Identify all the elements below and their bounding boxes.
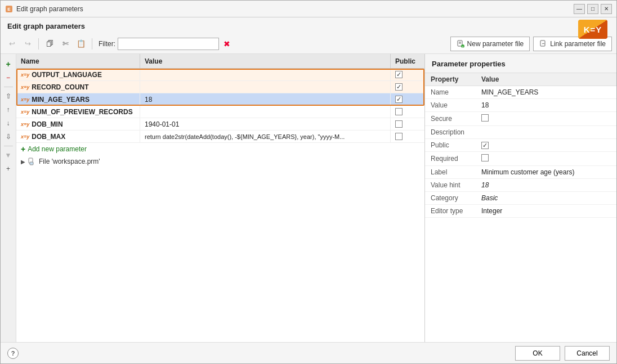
- add-icon: +: [21, 145, 25, 154]
- cell-name: x=y DOB_MIN: [16, 118, 140, 130]
- required-checkbox[interactable]: [481, 154, 489, 161]
- parameter-properties-title: Parameter properties: [425, 54, 616, 73]
- prop-value-hint: 18: [476, 179, 616, 192]
- public-checkbox[interactable]: [395, 108, 403, 115]
- param-icon: x=y: [21, 72, 29, 78]
- public-checkbox[interactable]: [395, 120, 403, 128]
- props-row-value-hint: Value hint 18: [425, 179, 616, 192]
- main-window: E Edit graph parameters — □ ✕ Edit graph…: [0, 0, 617, 364]
- move-top-button[interactable]: ⇧: [3, 91, 14, 102]
- link-parameter-file-label: Link parameter file: [550, 40, 606, 48]
- page-title: Edit graph parameters: [1, 17, 616, 34]
- prop-value-editor-type: Integer: [476, 205, 616, 218]
- restore-button[interactable]: □: [587, 4, 598, 14]
- prop-label-value-hint: Value hint: [425, 179, 476, 192]
- toolbar: ↩ ↪ 🗍 ✄ 📋 Filter: ✖ + New parameter file: [1, 34, 616, 54]
- table-row[interactable]: x=y OUTPUT_LANGUAGE: [16, 69, 424, 81]
- file-row[interactable]: ▶ File 'workspace.prm': [16, 155, 424, 168]
- table-row[interactable]: x=y MIN_AGE_YEARS 18: [16, 93, 424, 106]
- empty-space: [16, 168, 424, 336]
- public-checkbox[interactable]: [395, 71, 403, 78]
- param-name-text: NUM_OF_PREVIEW_RECORDS: [32, 108, 132, 116]
- param-name-text: RECORD_COUNT: [32, 83, 88, 91]
- sidebar-separator-2: [4, 146, 13, 146]
- link-file-icon: [539, 40, 547, 48]
- move-bottom-button[interactable]: ⇩: [3, 131, 14, 142]
- minimize-button[interactable]: —: [574, 4, 585, 14]
- undo-button[interactable]: ↩: [5, 37, 19, 51]
- svg-text:E: E: [7, 7, 11, 12]
- prop-label-editor-type: Editor type: [425, 205, 476, 218]
- public-checkbox[interactable]: [395, 133, 403, 140]
- prop-label-secure: Secure: [425, 112, 476, 126]
- toolbar-separator-2: [92, 38, 92, 50]
- filter-input[interactable]: [118, 38, 219, 50]
- table-row[interactable]: x=y RECORD_COUNT: [16, 81, 424, 93]
- props-header-row: Property Value: [425, 73, 616, 86]
- cell-name: x=y NUM_OF_PREVIEW_RECORDS: [16, 106, 140, 118]
- props-col-property: Property: [425, 73, 476, 86]
- svg-rect-9: [30, 162, 33, 165]
- cell-value: [140, 69, 391, 80]
- prop-label-name: Name: [425, 86, 476, 99]
- add-button[interactable]: +: [3, 59, 14, 70]
- public-checkbox[interactable]: [395, 83, 403, 91]
- param-name-text: DOB_MIN: [32, 120, 62, 128]
- public-prop-checkbox[interactable]: [481, 142, 489, 149]
- prop-value-public: [476, 139, 616, 152]
- param-name-text: OUTPUT_LANGUAGE: [32, 71, 102, 79]
- prop-label-label: Label: [425, 166, 476, 179]
- tree-toggle[interactable]: ▶: [21, 159, 25, 165]
- bottom-buttons: OK Cancel: [515, 346, 610, 361]
- table-header: Name Value Public: [16, 54, 424, 69]
- column-value-header: Value: [140, 54, 391, 68]
- public-checkbox[interactable]: [395, 96, 403, 103]
- move-up-button[interactable]: ↑: [3, 104, 14, 115]
- cell-public: [391, 93, 424, 105]
- cell-name: x=y OUTPUT_LANGUAGE: [16, 69, 140, 80]
- table-row[interactable]: x=y DOB_MIN 1940-01-01: [16, 118, 424, 131]
- window-title: Edit graph parameters: [16, 5, 83, 13]
- properties-table: Property Value Name MIN_AGE_YEARS Value …: [425, 73, 616, 218]
- props-row-name: Name MIN_AGE_YEARS: [425, 86, 616, 99]
- cell-public: [391, 131, 424, 142]
- add-new-parameter-row[interactable]: + Add new parameter: [16, 143, 424, 155]
- new-parameter-file-button[interactable]: + New parameter file: [450, 37, 530, 51]
- title-bar-controls: — □ ✕: [574, 4, 612, 14]
- param-icon: x=y: [21, 122, 29, 127]
- props-row-value: Value 18: [425, 99, 616, 112]
- secure-checkbox[interactable]: [481, 114, 489, 122]
- redo-button[interactable]: ↪: [21, 37, 34, 51]
- props-row-required: Required: [425, 152, 616, 166]
- table-body: x=y OUTPUT_LANGUAGE x=y RECORD_COUNT: [16, 69, 424, 342]
- expand-button[interactable]: +: [3, 163, 14, 174]
- cell-value: return date2str(dateAdd(today(), -${MIN_…: [140, 131, 391, 142]
- copy-button[interactable]: 🗍: [43, 37, 56, 51]
- main-area: + − ⇧ ↑ ↓ ⇩ ▼ + Name Value Public: [1, 54, 616, 342]
- table-row[interactable]: x=y DOB_MAX return date2str(dateAdd(toda…: [16, 131, 424, 143]
- window-icon: E: [5, 5, 13, 13]
- paste-button[interactable]: 📋: [74, 37, 88, 51]
- prop-value-category: Basic: [476, 192, 616, 205]
- file-icon: [28, 158, 35, 165]
- filter-label: Filter:: [99, 40, 115, 48]
- move-down-button[interactable]: ↓: [3, 118, 14, 129]
- sort-button[interactable]: ▼: [3, 150, 14, 161]
- cancel-button[interactable]: Cancel: [565, 346, 610, 361]
- table-row[interactable]: x=y NUM_OF_PREVIEW_RECORDS: [16, 106, 424, 118]
- close-button[interactable]: ✕: [601, 4, 612, 14]
- help-button[interactable]: ?: [7, 348, 19, 359]
- props-row-label: Label Minimum customer age (years): [425, 166, 616, 179]
- props-row-editor-type: Editor type Integer: [425, 205, 616, 218]
- add-param-label: Add new parameter: [28, 145, 87, 153]
- filter-clear-button[interactable]: ✖: [221, 38, 233, 50]
- ok-button[interactable]: OK: [515, 346, 560, 361]
- cut-button[interactable]: ✄: [59, 37, 72, 51]
- logo-area: K=Y: [578, 20, 607, 39]
- prop-label-category: Category: [425, 192, 476, 205]
- prop-value-value: 18: [476, 99, 616, 112]
- cell-public: [391, 106, 424, 118]
- table-area: Name Value Public x=y OUTPUT_LANGUAGE: [16, 54, 425, 342]
- param-name-text: MIN_AGE_YEARS: [32, 96, 90, 104]
- remove-button[interactable]: −: [3, 72, 14, 83]
